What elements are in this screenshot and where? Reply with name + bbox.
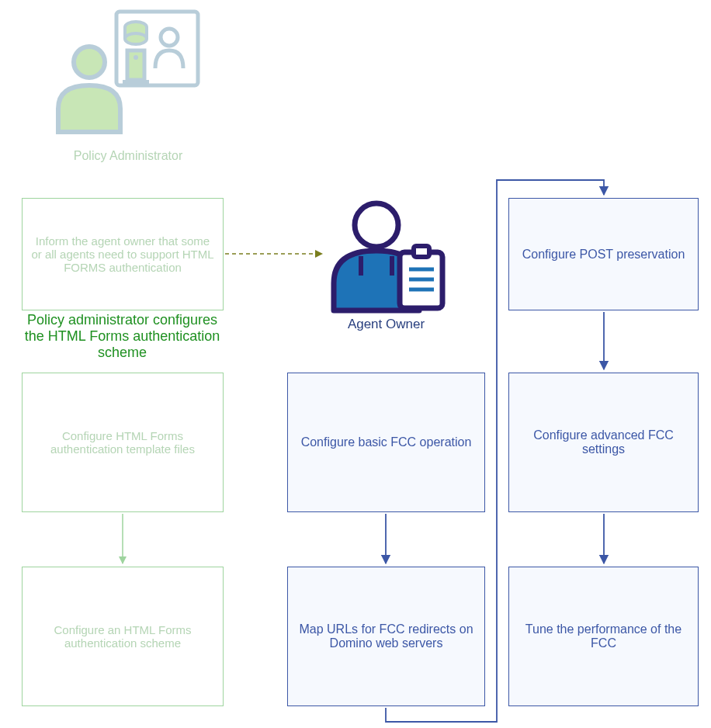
svg-point-10 [74,47,105,78]
svg-point-13 [355,203,398,247]
svg-rect-6 [127,50,144,80]
svg-point-9 [161,29,178,46]
step-map-urls-fcc: Map URLs for FCC redirects on Domino web… [287,567,485,706]
section-title: Policy administrator configures the HTML… [16,312,229,361]
step-configure-basic-fcc: Configure basic FCC operation [287,373,485,512]
policy-admin-label: Policy Administrator [54,149,202,163]
step-tune-performance-fcc: Tune the performance of the FCC [508,567,699,706]
agent-owner-label: Agent Owner [326,317,446,332]
agent-owner-icon [322,198,450,314]
policy-admin-icon [54,8,202,140]
svg-rect-15 [414,246,429,257]
step-inform-agent-owner: Inform the agent owner that some or all … [22,198,224,310]
step-configure-post-preservation: Configure POST preservation [508,198,699,310]
svg-point-5 [125,33,147,44]
svg-point-8 [134,55,138,60]
svg-rect-7 [123,80,149,85]
step-configure-advanced-fcc: Configure advanced FCC settings [508,373,699,512]
step-configure-auth-scheme: Configure an HTML Forms authentication s… [22,567,224,706]
step-configure-template-files: Configure HTML Forms authentication temp… [22,373,224,512]
